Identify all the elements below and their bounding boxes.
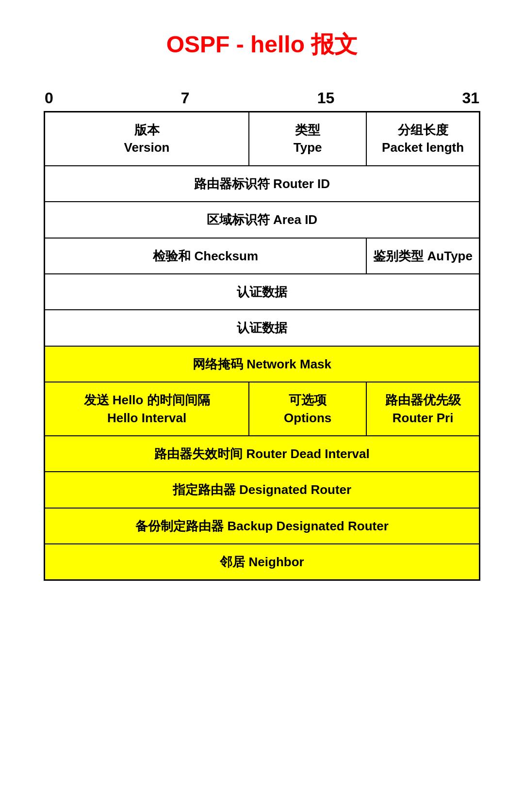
cell-checksum-en: Checksum bbox=[195, 249, 259, 263]
row-checksum-autype: 检验和 Checksum 鉴别类型 AuType bbox=[45, 238, 480, 274]
cell-options-en: Options bbox=[284, 411, 331, 425]
bit-label-7: 7 bbox=[181, 89, 190, 107]
cell-auth-data-1-text: 认证数据 bbox=[237, 285, 287, 299]
cell-neighbor: 邻居 Neighbor bbox=[45, 544, 480, 580]
packet-table: 版本 Version 类型 Type 分组长度 Packet length 路由… bbox=[44, 111, 480, 581]
row-version-type-length: 版本 Version 类型 Type 分组长度 Packet length bbox=[45, 112, 480, 166]
bit-labels: 0 7 15 31 bbox=[44, 89, 480, 107]
bit-label-0: 0 bbox=[45, 89, 53, 107]
cell-router-dead-interval-cn: 路由器失效时间 bbox=[154, 446, 243, 461]
cell-autype-en: AuType bbox=[427, 249, 473, 263]
cell-neighbor-cn: 邻居 bbox=[220, 555, 245, 569]
cell-auth-data-1: 认证数据 bbox=[45, 274, 480, 310]
row-router-dead-interval: 路由器失效时间 Router Dead Interval bbox=[45, 436, 480, 472]
cell-area-id-en: Area ID bbox=[273, 212, 317, 227]
cell-hello-interval-cn: 发送 Hello 的时间间隔 bbox=[84, 393, 210, 407]
page-title: OSPF - hello 报文 bbox=[166, 29, 358, 60]
cell-designated-router: 指定路由器 Designated Router bbox=[45, 472, 480, 508]
cell-hello-interval: 发送 Hello 的时间间隔 Hello Interval bbox=[45, 382, 249, 436]
cell-neighbor-en: Neighbor bbox=[249, 555, 304, 569]
row-auth-data-2: 认证数据 bbox=[45, 310, 480, 346]
cell-version: 版本 Version bbox=[45, 112, 249, 166]
cell-version-en: Version bbox=[124, 140, 170, 155]
row-neighbor: 邻居 Neighbor bbox=[45, 544, 480, 580]
row-router-id: 路由器标识符 Router ID bbox=[45, 166, 480, 202]
cell-router-pri-cn: 路由器优先级 bbox=[385, 393, 461, 407]
cell-router-dead-interval-en: Router Dead Interval bbox=[246, 446, 369, 461]
cell-backup-designated-router-cn: 备份制定路由器 bbox=[135, 519, 224, 533]
cell-checksum: 检验和 Checksum bbox=[45, 238, 367, 274]
row-backup-designated-router: 备份制定路由器 Backup Designated Router bbox=[45, 508, 480, 544]
cell-network-mask: 网络掩码 Network Mask bbox=[45, 346, 480, 382]
cell-hello-interval-en: Hello Interval bbox=[107, 411, 186, 425]
cell-autype: 鉴别类型 AuType bbox=[366, 238, 479, 274]
cell-options: 可选项 Options bbox=[249, 382, 366, 436]
cell-network-mask-en: Network Mask bbox=[246, 357, 331, 371]
cell-options-cn: 可选项 bbox=[289, 393, 327, 407]
cell-router-pri-en: Router Pri bbox=[393, 411, 454, 425]
cell-packet-length: 分组长度 Packet length bbox=[366, 112, 479, 166]
row-designated-router: 指定路由器 Designated Router bbox=[45, 472, 480, 508]
cell-type: 类型 Type bbox=[249, 112, 366, 166]
cell-router-id: 路由器标识符 Router ID bbox=[45, 166, 480, 202]
row-hello-options-pri: 发送 Hello 的时间间隔 Hello Interval 可选项 Option… bbox=[45, 382, 480, 436]
cell-router-id-en: Router ID bbox=[273, 176, 330, 191]
cell-packet-length-cn: 分组长度 bbox=[398, 123, 448, 137]
bit-label-31: 31 bbox=[462, 89, 479, 107]
cell-auth-data-2-text: 认证数据 bbox=[237, 320, 287, 335]
cell-type-en: Type bbox=[294, 140, 322, 155]
row-auth-data-1: 认证数据 bbox=[45, 274, 480, 310]
cell-router-pri: 路由器优先级 Router Pri bbox=[366, 382, 479, 436]
cell-network-mask-cn: 网络掩码 bbox=[193, 357, 243, 371]
row-network-mask: 网络掩码 Network Mask bbox=[45, 346, 480, 382]
cell-packet-length-en: Packet length bbox=[382, 140, 464, 155]
cell-checksum-cn: 检验和 bbox=[153, 249, 191, 263]
bit-label-15: 15 bbox=[317, 89, 335, 107]
cell-area-id: 区域标识符 Area ID bbox=[45, 202, 480, 238]
cell-designated-router-en: Designated Router bbox=[239, 482, 351, 497]
cell-router-id-cn: 路由器标识符 bbox=[194, 176, 270, 191]
cell-designated-router-cn: 指定路由器 bbox=[173, 482, 236, 497]
cell-type-cn: 类型 bbox=[295, 123, 320, 137]
cell-version-cn: 版本 bbox=[134, 123, 160, 137]
cell-auth-data-2: 认证数据 bbox=[45, 310, 480, 346]
cell-router-dead-interval: 路由器失效时间 Router Dead Interval bbox=[45, 436, 480, 472]
cell-backup-designated-router-en: Backup Designated Router bbox=[227, 519, 388, 533]
cell-area-id-cn: 区域标识符 bbox=[207, 212, 270, 227]
row-area-id: 区域标识符 Area ID bbox=[45, 202, 480, 238]
cell-autype-cn: 鉴别类型 bbox=[373, 249, 424, 263]
cell-backup-designated-router: 备份制定路由器 Backup Designated Router bbox=[45, 508, 480, 544]
